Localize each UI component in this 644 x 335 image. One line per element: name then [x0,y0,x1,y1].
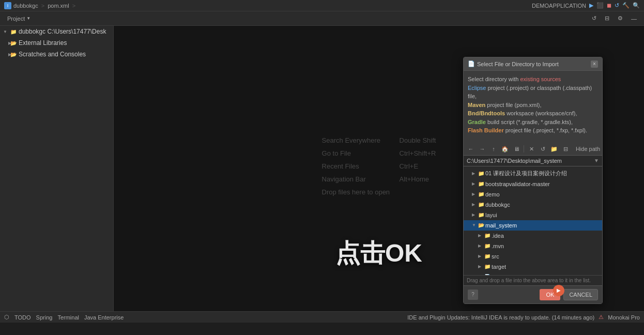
tree-expand-icon: ▶ [472,202,477,207]
modal-description: Select directory with existing sources E… [468,75,598,135]
file-tree-item[interactable]: ▶ 📁 demo [464,189,602,200]
title-bar: I dubbokgc > pom.xml > DEMOAPPLICATION ▶… [0,0,644,11]
modal-home-btn[interactable]: 🏠 [500,144,510,154]
modal-newfolder-btn[interactable]: 📁 [549,144,559,154]
chinese-text-overlay: 点击OK [335,237,422,270]
status-alert-icon: ⚠ [599,314,604,321]
toolbar-sep [524,145,524,153]
modal-close-btn[interactable]: × [591,60,598,68]
project-btn-label: Project [7,16,25,22]
expand-icon: ▼ [3,29,8,34]
project-btn[interactable]: Project ▼ [4,13,34,24]
status-message: IDE and Plugin Updates: IntelliJ IDEA is… [407,314,594,321]
modal-title-bar: 📄 Select File or Directory to Import × [464,57,602,71]
folder-icon: 📁 [478,171,484,176]
status-bar-right: IDE and Plugin Updates: IntelliJ IDEA is… [407,314,640,321]
project-name: dubbokgc [13,3,38,9]
file-tree-item[interactable]: ▶ 📁 bootstrapvalidator-master [464,179,602,189]
tree-item-label: .idea [492,233,504,239]
toolbar: Project ▼ ↺ ⊟ ⚙ — [0,11,644,26]
app-name: DEMOAPPLICATION [532,3,586,9]
close-icon: — [631,16,637,22]
modal-drop-hint: Drag and drop a file into the above area… [464,275,602,285]
debug-icon[interactable]: ⬛ [596,2,604,9]
modal-delete-btn[interactable]: ✕ [526,144,536,154]
file-name: pom.xml [48,3,69,9]
gear-btn[interactable]: ⚙ [615,13,626,24]
collapse-icon: ⊟ [605,15,609,22]
modal-back-btn[interactable]: ← [466,144,476,154]
tree-item-label: .mvn [492,243,504,249]
folder-icon: 📁 [478,212,484,218]
cancel-label: CANCEL [569,292,592,298]
folder-icon: 📁 [484,243,490,249]
file-tree-item[interactable]: ▶ 📁 src [464,251,602,262]
file-tree-item[interactable]: ▶ 📁 dubbokgc [464,200,602,210]
sidebar-project-label: dubbokgc C:\Users\17477\Desk [19,28,106,35]
modal-toggle-btn[interactable]: ⊟ [560,144,571,154]
tree-item-label: target [492,264,506,270]
sep1: > [41,3,44,9]
status-javaee-btn[interactable]: Java Enterprise [84,314,124,321]
status-theme[interactable]: Monokai Pro [608,314,640,321]
modal-path-input[interactable] [467,158,592,164]
app-icon: I [4,2,11,9]
tree-item-label: demo [485,191,500,197]
hide-path-btn[interactable]: Hide path [576,146,600,152]
modal-ok-btn[interactable]: OK ▶ [540,289,560,300]
refresh-btn[interactable]: ↺ [589,13,600,24]
tree-expand-icon: ▶ [472,192,477,196]
sidebar-item-scratches[interactable]: ▶ 📂 Scratches and Consoles [0,49,113,60]
modal-up-btn[interactable]: ↑ [488,144,499,154]
stop-icon[interactable]: ◼ [607,2,611,9]
modal-file-icon: 📄 [468,60,475,67]
tree-expand-icon: ▼ [472,223,477,227]
tree-item-label: src [492,253,499,260]
refresh-icon: ↺ [592,15,596,22]
modal-forward-btn[interactable]: → [477,144,487,154]
tree-expand-icon: ▶ [478,264,483,269]
sidebar-item-project[interactable]: ▼ 📁 dubbokgc C:\Users\17477\Desk [0,26,113,37]
folder-icon: 📁 [484,253,490,259]
tree-expand-icon: ▶ [472,212,477,217]
file-tree-item[interactable]: ▶ 📁 target [464,262,602,272]
libraries-folder-icon: 📂 [10,40,17,46]
tree-item-label: bootstrapvalidator-master [485,181,550,187]
collapse-btn[interactable]: ⊟ [602,13,612,24]
file-tree-item-mailsystem[interactable]: ▼ 📂 mail_system [464,220,602,231]
file-tree-item[interactable]: ▶ 📁 layui [464,210,602,220]
tree-item-label: mail_system [485,222,517,229]
folder-icon: 📂 [478,222,484,228]
modal-desktop-btn[interactable]: 🖥 [511,144,522,154]
modal-cancel-btn[interactable]: CANCEL [563,289,598,300]
status-todo-btn[interactable]: TODO [14,314,31,321]
project-folder-icon: 📁 [10,29,17,35]
title-bar-left: I dubbokgc > pom.xml > [4,2,76,9]
close-btn[interactable]: — [628,13,640,24]
drop-hint-text: Drag and drop a file into the above area… [467,278,591,283]
tree-expand-icon: ▶ [478,243,483,248]
search-icon[interactable]: 🔍 [633,2,640,9]
import-modal: 📄 Select File or Directory to Import × S… [463,57,603,304]
modal-refresh-btn[interactable]: ↺ [538,144,548,154]
tree-expand-icon: ▶ [472,171,477,176]
status-git-icon: ⬡ [4,314,9,321]
file-tree-item[interactable]: ▶ 📁 01 课程设计及项目案例设计介绍 [464,169,602,179]
tree-expand-icon: ▶ [472,181,477,186]
sep2: > [72,3,75,9]
modal-footer-icon: ? [468,290,478,300]
file-tree-item[interactable]: ▶ 📁 .idea [464,231,602,241]
libraries-expand-icon: ▶ [3,41,8,45]
file-tree-item[interactable]: ▶ 📁 .mvn [464,241,602,251]
run-icon[interactable]: ▶ [589,2,593,9]
reload-icon[interactable]: ↺ [615,2,619,9]
scratches-expand-icon: ▶ [3,52,8,57]
tree-expand-icon: ▶ [478,233,483,238]
status-spring-btn[interactable]: Spring [36,314,53,321]
status-terminal-btn[interactable]: Terminal [57,314,79,321]
sidebar-item-libraries[interactable]: ▶ 📂 External Libraries [0,37,113,49]
scratches-folder-icon: 📂 [10,52,17,57]
folder-icon: 📁 [484,264,490,269]
sidebar: ▼ 📁 dubbokgc C:\Users\17477\Desk ▶ 📂 Ext… [0,26,114,311]
build-icon[interactable]: 🔨 [622,2,630,9]
